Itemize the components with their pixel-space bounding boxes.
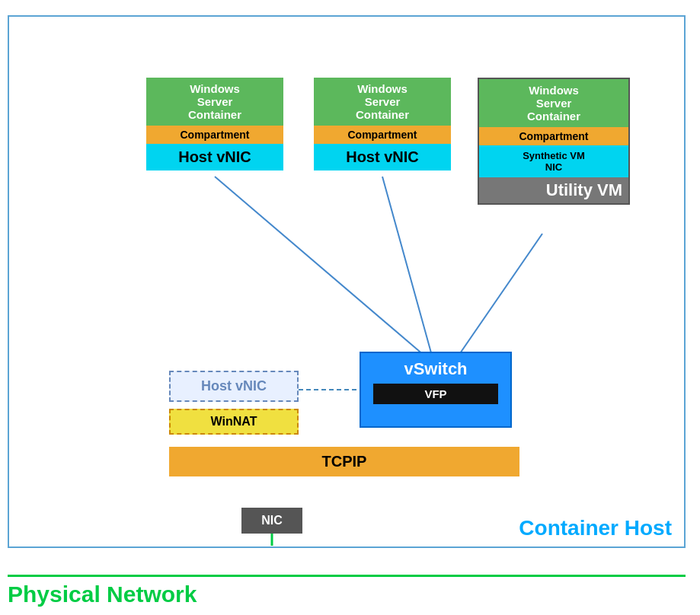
wsc-label-3: WindowsServerContainer <box>479 79 628 127</box>
wsc-label-2: WindowsServerContainer <box>314 78 451 126</box>
svg-line-0 <box>215 177 424 355</box>
compartment-label-2: Compartment <box>314 126 451 144</box>
compartment-label-1: Compartment <box>146 126 283 144</box>
vswitch-label: vSwitch <box>361 353 510 381</box>
nic-box: NIC <box>241 508 302 534</box>
host-vnic-dashed: Host vNIC <box>169 371 299 402</box>
vfp-label: VFP <box>373 384 498 404</box>
container-1: WindowsServerContainer Compartment Host … <box>146 78 283 170</box>
host-vnic-dashed-label: Host vNIC <box>171 372 297 400</box>
container-2: WindowsServerContainer Compartment Host … <box>314 78 451 170</box>
svg-line-1 <box>382 177 432 355</box>
physical-network-label: Physical Network <box>8 577 686 607</box>
host-vnic-label-2: Host vNIC <box>314 144 451 170</box>
utility-vm-label: Utility VM <box>479 177 628 203</box>
synthetic-nic-label: Synthetic VMNIC <box>479 145 628 177</box>
container-host-label: Container Host <box>519 516 672 540</box>
compartment-label-3: Compartment <box>479 127 628 145</box>
host-vnic-label-1: Host vNIC <box>146 144 283 170</box>
svg-line-2 <box>459 234 542 355</box>
winnat-box: WinNAT <box>169 409 299 435</box>
wsc-label-1: WindowsServerContainer <box>146 78 283 126</box>
utility-vm: WindowsServerContainer Compartment Synth… <box>478 78 630 205</box>
physical-network-section: Physical Network <box>8 575 686 607</box>
vswitch-box: vSwitch VFP <box>360 352 512 428</box>
tcpip-box: TCPIP <box>169 447 519 476</box>
main-container: WindowsServerContainer Compartment Host … <box>8 15 686 548</box>
